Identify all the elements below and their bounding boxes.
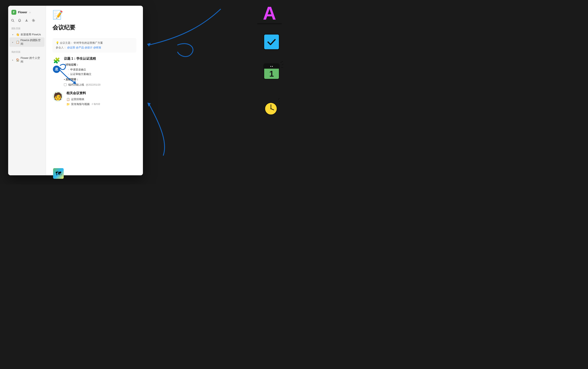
resource-item-2[interactable]: 📁 宣传海报与视频 2 项内容 bbox=[66, 102, 136, 106]
app-title: Flower bbox=[18, 11, 27, 14]
big-a-annotation: A bbox=[257, 4, 282, 24]
calendar-top bbox=[264, 64, 279, 69]
resources-title: 相关会议资料 bbox=[66, 91, 136, 95]
calendar-number: 1 bbox=[269, 69, 274, 78]
svg-line-7 bbox=[279, 101, 280, 102]
expand-arrow-team: ▸ bbox=[12, 41, 15, 43]
svg-marker-15 bbox=[147, 102, 151, 107]
resource-count-2: 2 项内容 bbox=[92, 102, 100, 106]
participants-label: 参会人： bbox=[56, 46, 66, 49]
doc-title: 会议纪要 bbox=[52, 24, 136, 31]
discussion-item-2: 认证审核方案确立 bbox=[64, 72, 136, 76]
sidebar-item-personal-space[interactable]: ▸ 🏠 Flower 的个人空间 bbox=[10, 55, 44, 65]
starburst-calendar bbox=[261, 61, 284, 81]
app-icon: F bbox=[11, 10, 16, 15]
doc-header: 📝 会议纪要 bbox=[52, 6, 136, 38]
resources-section: 🧑 相关会议资料 📋 运营排期表 📁 宣传海报与视频 2 项内容 bbox=[52, 91, 136, 107]
personal-space-icon: 🏠 bbox=[16, 58, 20, 62]
svg-line-11 bbox=[271, 109, 274, 110]
doc-thumbnail-emoji: 📝 bbox=[52, 11, 63, 21]
svg-marker-13 bbox=[147, 43, 151, 47]
participants-row: 参会人： @运营 @产品 @设计 @研发 bbox=[56, 45, 133, 50]
sidebar-header[interactable]: F Flower ◇ bbox=[8, 8, 46, 18]
resource-icon-2: 📁 bbox=[66, 102, 70, 106]
svg-point-12 bbox=[270, 108, 271, 109]
agenda-avatar-emoji: 🧩 bbox=[52, 57, 61, 65]
agenda-1-section: 🧩 息 议题 1：学生认证流程 • 讨论过程： 申请渠道确立 认证审核方案确立 … bbox=[52, 57, 136, 87]
task-checkbox-1[interactable] bbox=[64, 83, 67, 86]
my-section-label: 我的页面 bbox=[8, 50, 46, 55]
cal-dot-2 bbox=[272, 66, 273, 67]
resources-content: 相关会议资料 📋 运营排期表 📁 宣传海报与视频 2 项内容 bbox=[66, 91, 136, 107]
task-item-1: 端内功能上线 @2022/01/20 bbox=[64, 82, 136, 87]
welcome-icon: 👋 bbox=[16, 33, 20, 36]
blue-checkbox-annotation bbox=[263, 34, 280, 50]
app-window: F Flower ◇ bbox=[8, 6, 143, 175]
task-text-1: 端内功能上线 bbox=[68, 83, 84, 87]
resources-avatar: 🧑 bbox=[52, 91, 63, 102]
agenda-息-avatar: 息 bbox=[53, 66, 60, 73]
team-section-label: 团队页面 bbox=[8, 26, 46, 32]
chevron-down-icon[interactable]: ◇ bbox=[29, 11, 31, 13]
clock-annotation bbox=[262, 98, 280, 115]
resource-text-2: 宣传海报与视频 bbox=[71, 102, 90, 106]
cal-dot-1 bbox=[270, 66, 271, 67]
big-a-underline bbox=[257, 23, 282, 24]
meeting-info-block: 💡 会议主题： 针对学生的运营推广方案 参会人： @运营 @产品 @设计 @研发 bbox=[52, 38, 136, 52]
resource-icon-1: 📋 bbox=[66, 98, 70, 101]
meeting-topic-label: 💡 会议主题： bbox=[56, 41, 73, 44]
sidebar-item-welcome[interactable]: ▾ 👋 欢迎使用 FlowUs bbox=[10, 32, 44, 37]
followup-label: • 后续安排： bbox=[64, 78, 136, 81]
team-space-label: FlowUs 的团队空间 bbox=[21, 38, 42, 46]
search-icon[interactable] bbox=[11, 19, 14, 23]
team-space-icon: 📋 bbox=[16, 41, 20, 44]
svg-line-6 bbox=[278, 99, 279, 99]
agenda-1-title: 议题 1：学生认证流程 bbox=[64, 57, 136, 61]
calendar-body: 1 bbox=[264, 69, 279, 79]
expand-arrow-personal: ▸ bbox=[12, 59, 15, 61]
sidebar: F Flower ◇ bbox=[8, 6, 46, 175]
svg-line-3 bbox=[281, 61, 283, 62]
calendar-annotation: 1 bbox=[263, 63, 280, 80]
personal-space-label: Flower 的个人空间 bbox=[21, 56, 42, 63]
sidebar-item-team-space[interactable]: ▸ 📋 FlowUs 的团队空间 bbox=[10, 37, 44, 47]
my-section: 我的页面 ▸ 🏠 Flower 的个人空间 bbox=[8, 50, 46, 65]
meeting-topic-row: 💡 会议主题： 针对学生的运营推广方案 bbox=[56, 41, 133, 45]
svg-line-8 bbox=[279, 103, 280, 104]
svg-line-4 bbox=[282, 64, 283, 65]
expand-arrow-welcome: ▾ bbox=[12, 33, 15, 36]
discussion-item-1: 申请渠道确立 bbox=[64, 68, 136, 72]
meeting-topic-value: 针对学生的运营推广方案 bbox=[74, 41, 103, 44]
resource-item-1[interactable]: 📋 运营排期表 bbox=[66, 97, 136, 101]
agenda-1-content: 议题 1：学生认证流程 • 讨论过程： 申请渠道确立 认证审核方案确立 • 后续… bbox=[64, 57, 136, 87]
download-icon[interactable] bbox=[25, 19, 28, 23]
task-date-1: @2022/01/20 bbox=[86, 83, 100, 86]
bell-icon[interactable] bbox=[18, 19, 21, 23]
big-a-letter: A bbox=[257, 4, 282, 22]
settings-icon[interactable] bbox=[32, 19, 35, 23]
sidebar-toolbar bbox=[8, 18, 46, 26]
discussion-label: • 讨论过程： bbox=[64, 63, 136, 67]
participants-value: @运营 @产品 @设计 @研发 bbox=[67, 46, 101, 49]
resource-text-1: 运营排期表 bbox=[71, 97, 84, 101]
main-content: 📝 会议纪要 💡 会议主题： 针对学生的运营推广方案 参会人： @运营 @产品 … bbox=[46, 6, 143, 175]
svg-line-1 bbox=[13, 21, 14, 22]
svg-point-9 bbox=[265, 102, 277, 115]
welcome-label: 欢迎使用 FlowUs bbox=[21, 33, 41, 36]
